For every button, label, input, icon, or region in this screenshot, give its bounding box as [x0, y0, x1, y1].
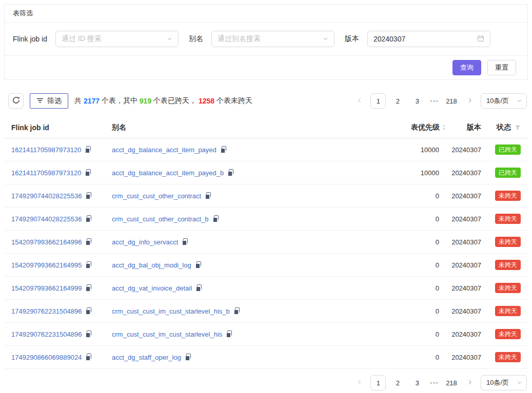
alias-link[interactable]: acct_dg_bal_obj_modi_log [112, 261, 191, 269]
copy-icon[interactable] [226, 330, 232, 338]
copy-icon[interactable] [85, 307, 92, 315]
flink-job-id-link[interactable]: 1749290762231504896 [11, 307, 82, 315]
summary-seg2: 个表已跨天， [151, 96, 199, 106]
copy-icon[interactable] [85, 354, 92, 361]
status-cell: 未跨天 [481, 329, 521, 339]
copy-icon[interactable] [227, 169, 234, 176]
status-badge: 已跨天 [495, 168, 521, 178]
priority-cell: 0 [369, 354, 446, 361]
next-page-button[interactable] [463, 375, 477, 390]
status-badge: 已跨天 [495, 144, 521, 155]
page-button-3[interactable]: 3 [409, 93, 425, 109]
alias-cell: acct_dg_staff_oper_log [112, 354, 369, 361]
copy-icon[interactable] [85, 238, 92, 245]
version-date-value: 20240307 [373, 35, 405, 43]
page-button-1[interactable]: 1 [370, 375, 386, 390]
filter-toggle-button[interactable]: 筛选 [30, 93, 68, 109]
column-header-priority-label: 表优先级 [411, 123, 440, 132]
status-cell: 未跨天 [481, 237, 521, 247]
alias-cell: acct_dg_balance_acct_item_payed [112, 146, 369, 154]
filter-funnel-icon[interactable] [515, 125, 521, 131]
flink-job-id-link[interactable]: 1542097993662164995 [11, 261, 82, 269]
flink-job-id-link[interactable]: 1542097993662164999 [11, 284, 82, 292]
flink-job-id-link[interactable]: 1621411705987973120 [11, 146, 81, 154]
status-badge: 未跨天 [495, 237, 521, 247]
table-row: 1749290866069889024 acct_dg_staff_oper_l… [4, 346, 528, 369]
page-button-218[interactable]: 218 [444, 93, 459, 109]
flink-job-id-link[interactable]: 1749290762231504896 [11, 330, 82, 338]
status-cell: 未跨天 [481, 260, 521, 270]
alias-link[interactable]: acct_dg_vat_invoice_detail [112, 284, 192, 292]
flink-job-id-cell: 1749290744028225536 [11, 192, 112, 200]
copy-icon[interactable] [85, 261, 92, 268]
version-cell: 20240307 [446, 238, 481, 246]
status-cell: 未跨天 [481, 214, 521, 224]
flink-job-id-cell: 1542097993662164996 [11, 238, 112, 246]
alias-cell: crm_cust_cust_im_cust_starlevel_his_b [112, 307, 369, 315]
alias-link[interactable]: acct_dg_balance_acct_item_payed [112, 146, 216, 154]
alias-cell: crm_cust_cust_other_contract [112, 192, 369, 200]
filter-lines-icon [36, 97, 44, 106]
version-date-input[interactable]: 20240307 [367, 31, 490, 47]
copy-icon[interactable] [85, 146, 91, 153]
prev-page-button[interactable] [353, 93, 366, 109]
calendar-icon [477, 35, 484, 44]
alias-link[interactable]: crm_cust_cust_other_contract_b [112, 215, 209, 223]
priority-cell: 0 [369, 307, 446, 315]
status-badge: 未跨天 [495, 352, 521, 362]
summary-seg1: 个表，其中 [100, 96, 140, 106]
copy-icon[interactable] [195, 261, 202, 268]
alias-select[interactable]: 通过别名搜索 [211, 31, 334, 47]
page-button-2[interactable]: 2 [390, 375, 405, 390]
alias-link[interactable]: acct_dg_staff_oper_log [112, 354, 181, 361]
copy-icon[interactable] [220, 146, 227, 153]
flink-job-id-link[interactable]: 1749290744028225536 [11, 192, 82, 200]
search-button[interactable]: 查询 [452, 60, 481, 75]
flink-job-id-link[interactable]: 1621411705987973120 [11, 169, 81, 177]
alias-cell: acct_dg_vat_invoice_detail [112, 284, 369, 292]
alias-link[interactable]: acct_dg_info_servacct [112, 238, 178, 246]
status-badge: 未跨天 [495, 191, 521, 201]
alias-link[interactable]: crm_cust_cust_im_cust_starlevel_his [112, 330, 222, 338]
copy-icon[interactable] [85, 215, 92, 222]
flink-job-id-placeholder: 通过 ID 搜索 [62, 34, 102, 44]
page-size-select[interactable]: 10条/页 [481, 93, 527, 109]
flink-job-id-select[interactable]: 通过 ID 搜索 [55, 31, 179, 47]
page-button-2[interactable]: 2 [390, 93, 405, 109]
page-button-218[interactable]: 218 [444, 375, 459, 390]
sort-icon[interactable] [442, 124, 446, 131]
copy-icon[interactable] [205, 192, 211, 199]
copy-icon[interactable] [185, 354, 191, 361]
copy-icon[interactable] [85, 169, 91, 176]
copy-icon[interactable] [212, 215, 219, 222]
filter-card: 表筛选 Flink job id 通过 ID 搜索 别名 通过别名搜索 版本 [4, 4, 528, 80]
page-button-1[interactable]: 1 [370, 93, 386, 109]
refresh-button[interactable] [8, 93, 24, 109]
copy-icon[interactable] [85, 284, 92, 292]
page-ellipsis[interactable]: ••• [429, 379, 440, 387]
copy-icon[interactable] [85, 330, 92, 338]
flink-job-id-link[interactable]: 1749290744028225536 [11, 215, 82, 223]
page-size-value: 10条/页 [486, 378, 509, 387]
page-ellipsis[interactable]: ••• [429, 97, 440, 105]
next-page-button[interactable] [463, 93, 477, 109]
alias-cell: acct_dg_bal_obj_modi_log [112, 261, 369, 269]
chevron-down-icon [517, 97, 522, 105]
copy-icon[interactable] [182, 238, 188, 245]
priority-cell: 0 [369, 284, 446, 292]
copy-icon[interactable] [85, 192, 92, 199]
flink-job-id-link[interactable]: 1749290866069889024 [11, 354, 82, 361]
flink-job-id-cell: 1542097993662164999 [11, 284, 112, 292]
reset-button[interactable]: 重置 [487, 60, 516, 75]
prev-page-button[interactable] [353, 375, 366, 390]
page-size-select[interactable]: 10条/页 [481, 375, 527, 390]
flink-job-id-cell: 1749290762231504896 [11, 307, 112, 315]
priority-cell: 0 [369, 192, 446, 200]
alias-link[interactable]: crm_cust_cust_other_contract [112, 192, 201, 200]
copy-icon[interactable] [233, 307, 240, 315]
alias-link[interactable]: crm_cust_cust_im_cust_starlevel_his_b [112, 307, 230, 315]
alias-link[interactable]: acct_dg_balance_acct_item_payed_b [112, 169, 224, 177]
flink-job-id-link[interactable]: 1542097993662164996 [11, 238, 82, 246]
copy-icon[interactable] [195, 284, 202, 292]
page-button-3[interactable]: 3 [409, 375, 425, 390]
